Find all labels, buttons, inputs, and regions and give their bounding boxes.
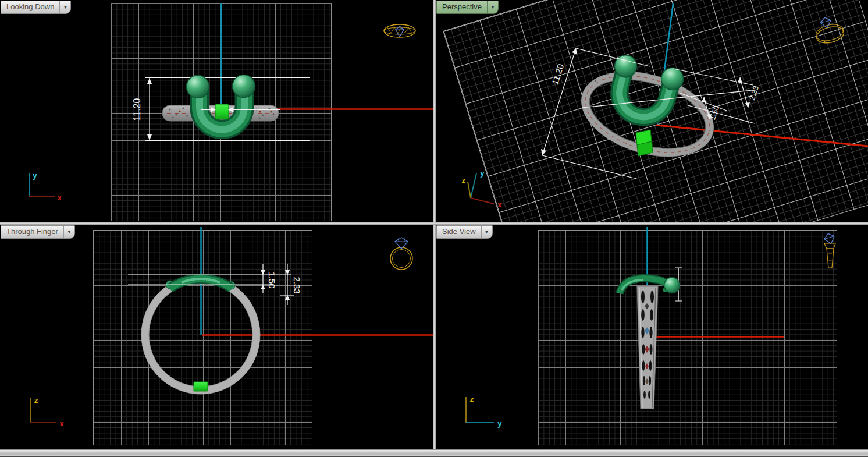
gem-seat-marker[interactable] (215, 104, 229, 119)
view-orientation-ring-icon (813, 15, 848, 49)
viewport-looking-down[interactable]: 11.20 (0, 0, 433, 222)
diamond-icon (395, 238, 408, 249)
axis-label-x: x (497, 200, 502, 208)
axis-indicator: y x (21, 168, 67, 204)
viewport-perspective[interactable]: 11.20 2.33 1.50 y z x Pe (436, 0, 868, 222)
viewport-tab-perspective[interactable]: Perspective ▼ (436, 1, 499, 14)
viewport-dropdown-arrow[interactable]: ▼ (481, 226, 492, 238)
gem-seat-marker[interactable] (194, 382, 208, 391)
viewport-tab-label: Looking Down (1, 1, 59, 13)
viewport-tab-through-finger[interactable]: Through Finger ▼ (1, 225, 75, 239)
viewport-tab-label: Side View (437, 226, 481, 238)
dim-text-offset-b[interactable]: 1.50 (708, 104, 721, 121)
dim-text-offset-a[interactable]: 2.33 (748, 84, 760, 101)
view-orientation-ring-icon (819, 232, 842, 270)
viewport-through-finger[interactable]: 1.50 2.33 z x Through Finger ▼ (0, 225, 433, 449)
viewport-dropdown-arrow[interactable]: ▼ (59, 1, 70, 13)
dim-text-height[interactable]: 11.20 (550, 63, 565, 86)
bottom-scrollbar[interactable] (0, 449, 868, 457)
axis-label-x: x (59, 419, 64, 428)
viewport-splitter-horizontal[interactable] (0, 222, 868, 225)
cad-workspace: 11.20 (0, 0, 868, 457)
viewport-side-view[interactable]: z y Side View ▼ (436, 225, 868, 449)
prong-sphere-left[interactable] (187, 76, 209, 98)
ring-u-prong[interactable] (603, 53, 686, 126)
axis-label-y: y (497, 419, 502, 428)
axis-label-z: z (34, 396, 38, 405)
dim-text-offset-b[interactable]: 1.50 (267, 271, 277, 288)
axis-label-y: y (480, 169, 485, 178)
dim-text-height[interactable]: 11.20 (132, 98, 142, 121)
viewport-splitter-vertical[interactable] (433, 0, 436, 449)
ring-band-profile[interactable] (637, 286, 658, 409)
gem-seat-marker[interactable] (636, 130, 653, 156)
axis-indicator: z x (21, 391, 67, 430)
viewport-dropdown-arrow[interactable]: ▼ (487, 1, 498, 13)
viewport-dropdown-arrow[interactable]: ▼ (63, 226, 74, 238)
axis-indicator: y z x (459, 168, 523, 208)
axis-indicator: z y (458, 390, 510, 428)
axis-label-y: y (33, 171, 37, 180)
view-orientation-ring-icon (385, 234, 418, 271)
viewport-tab-looking-down[interactable]: Looking Down ▼ (1, 1, 71, 14)
diamond-icon (396, 26, 404, 37)
axis-label-x: x (57, 193, 62, 202)
view-orientation-ring-icon (382, 20, 418, 42)
viewport-tab-label: Perspective (437, 1, 487, 13)
viewport-tab-side-view[interactable]: Side View ▼ (436, 225, 493, 239)
dim-text-offset-a[interactable]: 2.33 (292, 277, 302, 293)
prong-sphere[interactable] (664, 278, 680, 293)
viewport-tab-label: Through Finger (1, 226, 63, 238)
prong-sphere-right[interactable] (233, 75, 255, 98)
axis-label-z: z (469, 395, 474, 403)
axis-label-z: z (461, 176, 466, 185)
